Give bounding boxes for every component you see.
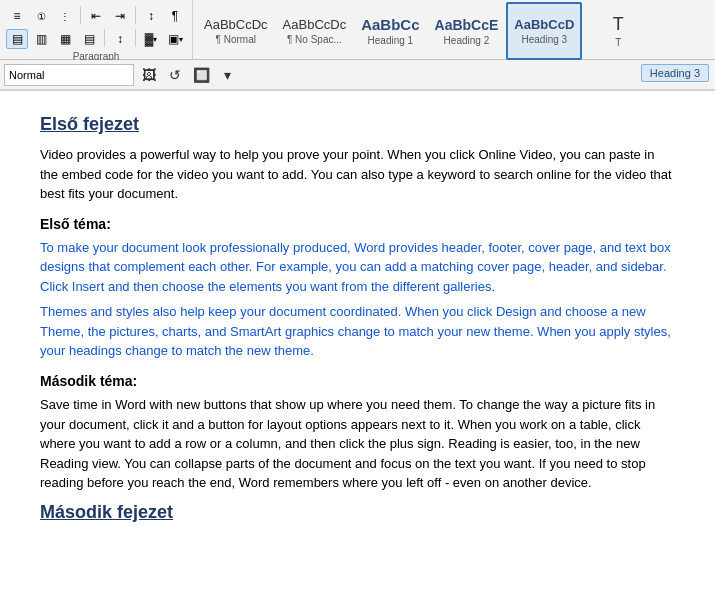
style-h3-name: Heading 3 [522,34,568,45]
ribbon: ≡ ① ⋮ ⇤ ⇥ [0,0,715,91]
style-normal[interactable]: AaBbCcDc ¶ Normal [197,2,275,60]
shading-chevron: ▾ [153,35,157,44]
line-spacing-icon: ↕ [117,32,123,46]
style-normal-preview: AaBbCcDc [204,17,268,32]
chapter1-body: Video provides a powerful way to help yo… [40,145,675,204]
style-heading1[interactable]: AaBbCc Heading 1 [354,2,426,60]
ribbon-main-row: ≡ ① ⋮ ⇤ ⇥ [0,0,715,60]
style-t-name: T [615,37,621,48]
style-heading3[interactable]: AaBbCcD Heading 3 [506,2,582,60]
style-picker-input[interactable] [4,64,134,86]
chapter1-title: Első fejezet [40,111,675,137]
sub-icon4-symbol: ▾ [224,67,231,83]
section1-para1: To make your document look professionall… [40,238,675,297]
style-nospace-name: ¶ No Spac... [287,34,342,45]
style-nospace[interactable]: AaBbCcDc ¶ No Spac... [276,2,354,60]
justify-button[interactable]: ▤ [78,29,100,49]
align-left-button[interactable]: ▤ [6,29,28,49]
align-center-icon: ▥ [36,32,47,46]
multilevel-button[interactable]: ⋮ [54,6,76,26]
bullets-button[interactable]: ≡ [6,6,28,26]
style-normal-name: ¶ Normal [216,34,256,45]
style-h1-name: Heading 1 [368,35,414,46]
decrease-indent-button[interactable]: ⇤ [85,6,107,26]
style-title[interactable]: T T [583,2,653,60]
sep1 [80,6,81,24]
style-h2-name: Heading 2 [444,35,490,46]
borders-button[interactable]: ▣▾ [164,29,186,49]
sub-icon3[interactable]: 🔲 [190,64,212,86]
decrease-indent-icon: ⇤ [91,9,101,23]
borders-chevron: ▾ [179,35,183,44]
chapter2-title: Második fejezet [40,499,675,525]
style-nospace-preview: AaBbCcDc [283,17,347,32]
style-h2-preview: AaBbCcE [435,17,499,33]
shading-icon: ▓ [145,32,154,46]
align-right-icon: ▦ [60,32,71,46]
sort-button[interactable]: ↕ [140,6,162,26]
justify-icon: ▤ [84,32,95,46]
sub-icon1[interactable]: 🖼 [138,64,160,86]
document-content: Első fejezet Video provides a powerful w… [0,91,715,585]
style-h3-preview: AaBbCcD [514,17,574,32]
section2-para1: Save time in Word with new buttons that … [40,395,675,493]
list-controls: ≡ ① ⋮ ⇤ ⇥ [6,4,186,51]
heading-badge: Heading 3 [641,64,709,82]
sep4 [135,29,136,47]
align-right-button[interactable]: ▦ [54,29,76,49]
list-btn-row2: ▤ ▥ ▦ ▤ ↕ [6,29,186,49]
sub-icon2-symbol: ↺ [169,67,181,83]
styles-section: AaBbCcDc ¶ Normal AaBbCcDc ¶ No Spac... … [193,0,715,59]
pilcrow-icon: ¶ [172,9,178,23]
multilevel-icon: ⋮ [60,11,70,22]
style-t-preview: T [613,14,624,35]
style-heading2[interactable]: AaBbCcE Heading 2 [428,2,506,60]
line-spacing-button[interactable]: ↕ [109,29,131,49]
styles-items-row: AaBbCcDc ¶ Normal AaBbCcDc ¶ No Spac... … [193,0,715,62]
sub-icon4[interactable]: ▾ [216,64,238,86]
borders-icon: ▣ [168,32,179,46]
style-h1-preview: AaBbCc [361,16,419,33]
increase-indent-button[interactable]: ⇥ [109,6,131,26]
pilcrow-button[interactable]: ¶ [164,6,186,26]
numbering-button[interactable]: ① [30,6,52,26]
section2-title: Második téma: [40,371,675,391]
align-left-icon: ▤ [12,32,23,46]
numbering-icon: ① [37,11,46,22]
sub-icon1-symbol: 🖼 [142,67,156,83]
section1-title: Első téma: [40,214,675,234]
align-center-button[interactable]: ▥ [30,29,52,49]
sep2 [135,6,136,24]
sep3 [104,29,105,47]
sub-icon3-symbol: 🔲 [193,67,210,83]
sub-toolbar: 🖼 ↺ 🔲 ▾ Heading 3 [0,60,715,90]
increase-indent-icon: ⇥ [115,9,125,23]
sort-icon: ↕ [148,9,154,23]
bullets-icon: ≡ [13,9,20,23]
list-btn-row1: ≡ ① ⋮ ⇤ ⇥ [6,6,186,26]
list-group: ≡ ① ⋮ ⇤ ⇥ [0,0,193,59]
shading-button[interactable]: ▓▾ [140,29,162,49]
section1-para2: Themes and styles also help keep your do… [40,302,675,361]
sub-icon2[interactable]: ↺ [164,64,186,86]
